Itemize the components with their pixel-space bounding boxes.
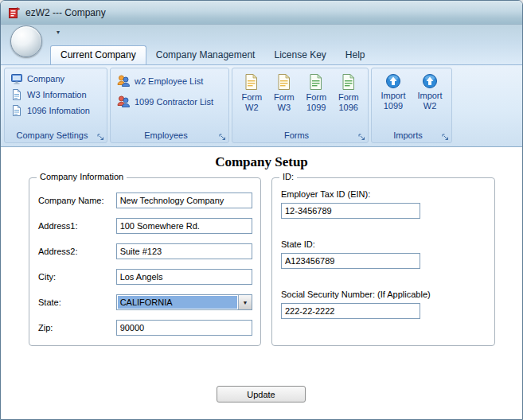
ein-input[interactable]	[281, 203, 420, 219]
form-1099-button[interactable]: Form 1099	[300, 71, 332, 130]
form-button-label: Form	[306, 92, 326, 103]
employees-items: w2 Employee List 1099 Contractor List	[111, 68, 228, 130]
update-button[interactable]: Update	[217, 386, 306, 402]
tab-license-key[interactable]: License Key	[264, 46, 335, 64]
field-row-address1: Address1:	[38, 218, 252, 234]
people-icon	[116, 95, 131, 109]
form-document-icon	[340, 73, 357, 91]
ribbon-item-label: Company	[27, 74, 64, 84]
address2-input[interactable]	[116, 243, 252, 259]
group-label-forms: Forms	[232, 130, 368, 142]
form-w3-button[interactable]: Form W3	[268, 71, 300, 130]
dialog-launcher-icon[interactable]	[97, 132, 104, 139]
ribbon-item-label: w2 Employee List	[135, 76, 203, 86]
id-groupbox: ID: Employer Tax ID (EIN): State ID: Soc…	[271, 177, 495, 346]
ribbon: Company W3 Information	[1, 64, 522, 147]
form-document-icon	[275, 73, 293, 91]
ribbon-item-label: W3 Information	[27, 90, 87, 99]
ribbon-item-w3-information[interactable]: W3 Information	[8, 87, 103, 103]
company-name-input[interactable]	[116, 192, 252, 208]
forms-items: Form W2 Form W3	[232, 68, 368, 130]
ribbon-item-1096-infomation[interactable]: 1096 Infomation	[8, 103, 103, 119]
form-document-icon	[307, 73, 325, 91]
group-label-text: Company Settings	[17, 130, 88, 140]
group-label-text: Forms	[284, 130, 309, 140]
form-button-label: Form	[338, 92, 359, 103]
tab-current-company[interactable]: Current Company	[50, 45, 146, 64]
form-button-label: W3	[278, 103, 291, 113]
state-selected-value: CALIFORNIA	[118, 296, 237, 309]
form-button-label: W2	[245, 103, 259, 113]
city-input[interactable]	[116, 269, 252, 285]
company-setup-panel: Company Setup Company Information Compan…	[1, 147, 522, 420]
ribbon-group-employees: w2 Employee List 1099 Contractor List	[110, 68, 229, 143]
1096-document-icon	[10, 104, 23, 117]
quick-access-dropdown[interactable]: ▾	[53, 28, 63, 37]
field-row-company-name: Company Name:	[38, 192, 252, 208]
form-document-icon	[243, 73, 260, 91]
tab-help[interactable]: Help	[336, 46, 375, 64]
ribbon-item-company[interactable]: Company	[8, 71, 103, 87]
form-w2-button[interactable]: Form W2	[236, 71, 267, 130]
company-icon	[10, 72, 23, 85]
import-circle-icon	[422, 73, 438, 89]
ssn-label: Social Security Number: (If Applicable)	[281, 290, 486, 299]
import-w2-button[interactable]: Import W2	[414, 71, 446, 130]
state-id-input[interactable]	[281, 253, 420, 269]
zip-input[interactable]	[116, 320, 252, 336]
dialog-launcher-icon[interactable]	[358, 132, 365, 139]
form-button-label: Form	[274, 92, 295, 103]
chevron-down-icon[interactable]: ▼	[238, 295, 252, 309]
city-label: City:	[38, 272, 116, 282]
ribbon-group-company-settings: Company W3 Information	[4, 68, 107, 143]
dialog-launcher-icon[interactable]	[219, 132, 226, 139]
window-title: ezW2 --- Company	[25, 7, 106, 18]
company-information-groupbox: Company Information Company Name: Addres…	[29, 177, 261, 346]
people-icon	[116, 74, 131, 88]
ribbon-group-imports: Import 1099 Import W2 Import	[371, 68, 452, 143]
address1-label: Address1:	[38, 221, 116, 231]
imports-items: Import 1099 Import W2	[372, 68, 451, 130]
ribbon-chrome-top: ▾ Current Company Company Management Lic…	[1, 25, 522, 64]
application-menu-button[interactable]	[10, 25, 42, 57]
app-window: ezW2 --- Company ▾ Current Company Compa…	[0, 0, 523, 420]
ribbon-item-1099-contractor-list[interactable]: 1099 Contractor List	[114, 91, 225, 112]
form-button-label: Form	[241, 92, 262, 103]
dialog-launcher-icon[interactable]	[442, 132, 449, 139]
form-button-label: 1099	[306, 103, 326, 113]
address1-input[interactable]	[116, 218, 252, 234]
import-circle-icon	[385, 73, 401, 89]
groupbox-legend-id: ID:	[279, 172, 297, 181]
import-1099-button[interactable]: Import 1099	[377, 71, 409, 130]
group-label-company-settings: Company Settings	[5, 130, 107, 142]
state-select[interactable]: CALIFORNIA ▼	[116, 294, 252, 310]
ribbon-tabstrip: Current Company Company Management Licen…	[1, 45, 522, 64]
field-row-zip: Zip:	[38, 320, 252, 336]
page-title: Company Setup	[1, 154, 522, 170]
ribbon-item-w2-employee-list[interactable]: w2 Employee List	[114, 71, 225, 91]
ribbon-group-forms: Form W2 Form W3	[232, 68, 369, 143]
field-row-city: City:	[38, 269, 252, 285]
state-id-label: State ID:	[281, 239, 486, 249]
ribbon-item-label: 1099 Contractor List	[135, 97, 213, 107]
group-label-text: Employees	[144, 130, 187, 140]
app-icon[interactable]	[8, 6, 21, 19]
tab-company-management[interactable]: Company Management	[146, 46, 265, 64]
zip-label: Zip:	[38, 323, 116, 332]
form-1096-button[interactable]: Form 1096	[333, 71, 365, 130]
group-label-employees: Employees	[111, 130, 228, 142]
groupbox-legend-company-information: Company Information	[37, 172, 127, 181]
form-button-label: 1096	[339, 103, 358, 113]
company-name-label: Company Name:	[38, 196, 116, 205]
ein-label: Employer Tax ID (EIN):	[281, 189, 486, 199]
w3-document-icon	[10, 88, 23, 101]
address2-label: Address2:	[38, 247, 116, 256]
import-button-label: 1099	[384, 101, 403, 111]
ssn-input[interactable]	[281, 303, 420, 319]
import-button-label: W2	[423, 101, 437, 111]
company-settings-items: Company W3 Information	[5, 68, 107, 130]
group-label-imports: Imports	[372, 130, 451, 142]
field-row-address2: Address2:	[38, 243, 252, 259]
ribbon-item-label: 1096 Infomation	[27, 106, 90, 115]
state-label: State:	[38, 298, 116, 307]
